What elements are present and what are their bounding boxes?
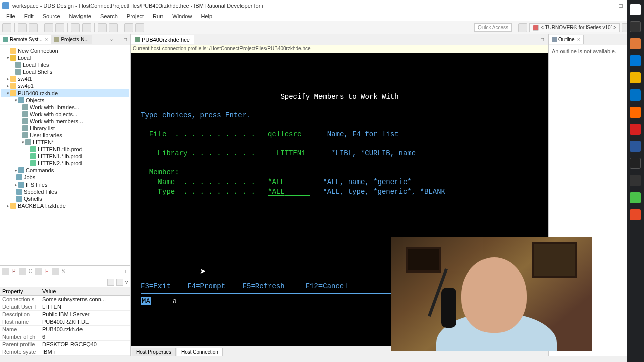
- window-title: workspace - DDS Design - HostConnectProj…: [12, 3, 600, 9]
- webcam-overlay: [391, 237, 592, 351]
- file-input[interactable]: qcllesrc: [268, 130, 314, 138]
- menu-run[interactable]: Run: [149, 12, 167, 20]
- toolbar-run-icon[interactable]: [82, 23, 91, 32]
- maximize-view-icon[interactable]: □: [539, 37, 545, 43]
- menu-help[interactable]: Help: [197, 12, 216, 20]
- firefox-icon[interactable]: [630, 107, 641, 118]
- tab-outline[interactable]: Outline ×: [549, 35, 584, 44]
- settings-icon[interactable]: [630, 175, 641, 186]
- property-row[interactable]: Connection sSome subsystems conn...: [0, 296, 130, 303]
- tab-projects[interactable]: Projects N...: [51, 35, 92, 44]
- perspective-selector[interactable]: < TURNOVER® for iSeries v101>: [529, 23, 620, 32]
- app-icon-1[interactable]: [630, 38, 641, 49]
- toolbar-saveall-icon[interactable]: [29, 23, 38, 32]
- prop-filter-icon[interactable]: [19, 268, 26, 275]
- toolbar-redo-icon[interactable]: [55, 23, 64, 32]
- projects-icon: [54, 37, 59, 42]
- remote-systems-icon: [3, 37, 8, 42]
- toolbar-nav-fwd-icon[interactable]: [135, 23, 144, 32]
- search-icon[interactable]: [630, 21, 641, 32]
- property-row[interactable]: Parent profileDESKTOP-RGCFQ40: [0, 341, 130, 348]
- close-icon[interactable]: ×: [577, 37, 580, 42]
- maximize-view-icon[interactable]: □: [125, 268, 128, 274]
- status-ma: MA: [141, 297, 151, 305]
- host-icon: [10, 203, 16, 209]
- menu-edit[interactable]: Edit: [20, 12, 38, 20]
- toolbar-undo-icon[interactable]: [44, 23, 53, 32]
- prop-expand-icon[interactable]: [52, 268, 59, 275]
- props-col-property[interactable]: Property: [0, 287, 40, 295]
- hce-file-icon: [135, 37, 140, 42]
- menu-search[interactable]: Search: [96, 12, 122, 20]
- property-row[interactable]: Number of ch6: [0, 333, 130, 341]
- member-name-input[interactable]: *ALL: [268, 178, 310, 186]
- member-type-input[interactable]: *ALL: [268, 188, 310, 196]
- tab-remote-systems[interactable]: Remote Syst... ×: [0, 35, 51, 44]
- menu-navigate[interactable]: Navigate: [65, 12, 95, 20]
- perspective-open-icon[interactable]: [518, 23, 527, 32]
- host-icon: [10, 90, 16, 96]
- tab-host-connection[interactable]: Host Connection: [177, 348, 223, 356]
- prop-tool-1-icon[interactable]: [107, 279, 114, 286]
- connection-profile-path: Current host connection profile is: /Hos…: [131, 45, 548, 53]
- editor-tab-hce[interactable]: PUB400rzkhde.hce: [131, 35, 194, 44]
- property-row[interactable]: NamePUB400.rzkh.de: [0, 326, 130, 333]
- window-titlebar: workspace - DDS Design - HostConnectProj…: [0, 0, 644, 11]
- library-input[interactable]: LITTEN1: [276, 149, 318, 157]
- local-icon: [10, 55, 16, 61]
- user-libraries-icon: [22, 132, 28, 138]
- library-icon: [30, 160, 36, 166]
- minimize-view-icon[interactable]: —: [532, 37, 538, 43]
- prop-tool-2-icon[interactable]: [116, 279, 123, 286]
- toolbar-new-icon[interactable]: [2, 23, 11, 32]
- menu-file[interactable]: File: [2, 12, 19, 20]
- toolbar-search-icon[interactable]: [98, 23, 107, 32]
- toolbar-save-icon[interactable]: [18, 23, 27, 32]
- menu-bar: File Edit Source Navigate Search Project…: [0, 11, 644, 21]
- opera-icon[interactable]: [630, 124, 641, 135]
- remote-systems-tabbar: Remote Syst... × Projects N... ▿ — □: [0, 34, 130, 45]
- property-row[interactable]: Host namePUB400.RZKH.DE: [0, 318, 130, 326]
- maximize-view-icon[interactable]: □: [122, 37, 128, 43]
- props-col-value[interactable]: Value: [40, 287, 130, 295]
- properties-icon: [2, 268, 9, 275]
- property-row[interactable]: DescriptionPublic IBM i Server: [0, 311, 130, 318]
- minimize-view-icon[interactable]: —: [117, 268, 122, 274]
- camtasia-icon[interactable]: [630, 192, 641, 203]
- minimize-view-icon[interactable]: —: [115, 37, 121, 43]
- windows-taskbar: [627, 0, 644, 362]
- minimize-button[interactable]: —: [600, 1, 614, 11]
- qshells-icon: [16, 196, 22, 202]
- status-bar: [0, 356, 644, 362]
- app-icon-2[interactable]: [630, 209, 641, 220]
- litten-filter-icon: [25, 139, 31, 145]
- tab-host-properties[interactable]: Host Properties: [132, 348, 176, 356]
- file-explorer-icon[interactable]: [630, 72, 641, 83]
- view-menu-icon[interactable]: ▿: [108, 37, 114, 43]
- quick-access-input[interactable]: Quick Access: [474, 23, 512, 32]
- perspective-icon: [533, 25, 539, 31]
- close-icon[interactable]: ×: [45, 37, 48, 42]
- menu-source[interactable]: Source: [39, 12, 64, 20]
- spooled-files-icon: [16, 189, 22, 195]
- toolbar-debug-icon[interactable]: [71, 23, 80, 32]
- work-objects-icon: [22, 111, 28, 117]
- word-icon[interactable]: [630, 141, 641, 152]
- maximize-button[interactable]: □: [614, 1, 628, 11]
- view-menu-icon[interactable]: ▿: [125, 279, 128, 285]
- menu-window[interactable]: Window: [168, 12, 196, 20]
- toolbar-open-icon[interactable]: [109, 23, 118, 32]
- terminal-app-icon[interactable]: [630, 158, 641, 169]
- work-libraries-icon: [22, 104, 28, 110]
- property-row[interactable]: Remote systeIBM i: [0, 348, 130, 356]
- remote-systems-tree[interactable]: New Connection ▾Local Local Files Local …: [0, 45, 130, 265]
- toolbar-nav-back-icon[interactable]: [124, 23, 133, 32]
- outlook-icon[interactable]: [630, 89, 641, 101]
- local-files-icon: [15, 62, 21, 68]
- prop-cat-icon[interactable]: [35, 268, 42, 275]
- menu-project[interactable]: Project: [123, 12, 148, 20]
- property-row[interactable]: Default User ILITTEN: [0, 303, 130, 311]
- edge-icon[interactable]: [630, 55, 641, 66]
- windows-start-icon[interactable]: [630, 4, 641, 15]
- objects-icon: [18, 97, 24, 103]
